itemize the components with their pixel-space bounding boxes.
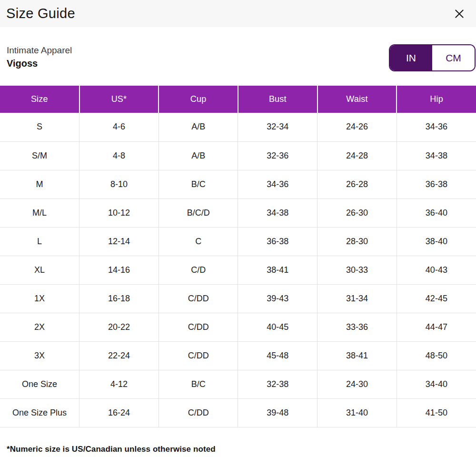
table-cell: 20-22 — [79, 313, 159, 341]
table-cell: 34-38 — [397, 141, 476, 170]
table-cell: S/M — [0, 141, 79, 170]
table-cell: 8-10 — [79, 170, 159, 198]
table-row: XL14-16C/D38-4130-3340-43 — [0, 256, 476, 284]
size-table: SizeUS*CupBustWaistHip S4-6A/B32-3424-26… — [0, 86, 476, 427]
size-table-body: S4-6A/B32-3424-2634-36S/M4-8A/B32-3624-2… — [0, 113, 476, 427]
table-cell: B/C — [159, 370, 238, 398]
product-info-section: Intimate Apparel Vigoss IN CM — [0, 27, 476, 86]
table-cell: 2X — [0, 313, 79, 341]
table-cell: 45-48 — [238, 341, 317, 370]
table-cell: C/DD — [159, 284, 238, 313]
dialog-header: Size Guide — [0, 0, 476, 27]
unit-toggle-cm[interactable]: CM — [432, 45, 475, 70]
table-cell: C/D — [159, 256, 238, 284]
table-cell: L — [0, 227, 79, 256]
table-cell: 39-48 — [238, 398, 317, 427]
table-cell: 28-30 — [317, 227, 397, 256]
table-cell: 1X — [0, 284, 79, 313]
table-cell: 36-38 — [238, 227, 317, 256]
table-cell: 38-41 — [317, 341, 397, 370]
table-column-header: Cup — [159, 86, 238, 113]
table-cell: 32-38 — [238, 370, 317, 398]
table-cell: 24-26 — [317, 113, 397, 141]
table-cell: 4-6 — [79, 113, 159, 141]
table-row: M8-10B/C34-3626-2836-38 — [0, 170, 476, 198]
table-column-header: US* — [79, 86, 159, 113]
size-table-head: SizeUS*CupBustWaistHip — [0, 86, 476, 113]
table-cell: 3X — [0, 341, 79, 370]
table-row: 3X22-24C/DD45-4838-4148-50 — [0, 341, 476, 370]
table-cell: 10-12 — [79, 198, 159, 227]
table-cell: 32-36 — [238, 141, 317, 170]
footnote: *Numeric size is US/Canadian unless othe… — [7, 445, 476, 454]
table-cell: 14-16 — [79, 256, 159, 284]
table-cell: 40-43 — [397, 256, 476, 284]
table-cell: A/B — [159, 113, 238, 141]
page-title: Size Guide — [6, 6, 75, 21]
table-cell: C/DD — [159, 341, 238, 370]
table-cell: 41-50 — [397, 398, 476, 427]
table-column-header: Waist — [317, 86, 397, 113]
table-cell: C/DD — [159, 398, 238, 427]
table-cell: C — [159, 227, 238, 256]
table-cell: 30-33 — [317, 256, 397, 284]
table-cell: 26-30 — [317, 198, 397, 227]
table-cell: 34-36 — [238, 170, 317, 198]
table-column-header: Size — [0, 86, 79, 113]
table-cell: 48-50 — [397, 341, 476, 370]
table-cell: 4-12 — [79, 370, 159, 398]
table-cell: 24-30 — [317, 370, 397, 398]
table-cell: 31-34 — [317, 284, 397, 313]
table-cell: M/L — [0, 198, 79, 227]
table-cell: 4-8 — [79, 141, 159, 170]
unit-toggle-in[interactable]: IN — [390, 45, 432, 70]
unit-toggle: IN CM — [389, 44, 476, 71]
table-cell: 26-28 — [317, 170, 397, 198]
table-cell: B/C/D — [159, 198, 238, 227]
table-cell: XL — [0, 256, 79, 284]
table-row: M/L10-12B/C/D34-3826-3036-40 — [0, 198, 476, 227]
table-cell: 32-34 — [238, 113, 317, 141]
table-row: L12-14C36-3828-3038-40 — [0, 227, 476, 256]
table-cell: C/DD — [159, 313, 238, 341]
close-button[interactable] — [451, 6, 467, 22]
table-cell: 24-28 — [317, 141, 397, 170]
table-cell: 31-40 — [317, 398, 397, 427]
table-cell: 40-45 — [238, 313, 317, 341]
table-cell: 34-40 — [397, 370, 476, 398]
table-cell: 22-24 — [79, 341, 159, 370]
table-row: One Size Plus16-24C/DD39-4831-4041-50 — [0, 398, 476, 427]
table-header-row: SizeUS*CupBustWaistHip — [0, 86, 476, 113]
table-cell: 44-47 — [397, 313, 476, 341]
table-cell: 36-38 — [397, 170, 476, 198]
table-row: 2X20-22C/DD40-4533-3644-47 — [0, 313, 476, 341]
table-cell: 38-41 — [238, 256, 317, 284]
table-cell: 33-36 — [317, 313, 397, 341]
table-cell: 34-36 — [397, 113, 476, 141]
table-cell: M — [0, 170, 79, 198]
table-cell: A/B — [159, 141, 238, 170]
table-row: S4-6A/B32-3424-2634-36 — [0, 113, 476, 141]
table-row: 1X16-18C/DD39-4331-3442-45 — [0, 284, 476, 313]
table-cell: One Size Plus — [0, 398, 79, 427]
table-cell: 16-18 — [79, 284, 159, 313]
table-cell: 12-14 — [79, 227, 159, 256]
table-cell: B/C — [159, 170, 238, 198]
table-cell: 36-40 — [397, 198, 476, 227]
table-row: One Size4-12B/C32-3824-3034-40 — [0, 370, 476, 398]
size-guide-dialog: { "dialog": { "title": "Size Guide", "cl… — [0, 0, 476, 476]
table-cell: 34-38 — [238, 198, 317, 227]
table-row: S/M4-8A/B32-3624-2834-38 — [0, 141, 476, 170]
table-cell: S — [0, 113, 79, 141]
table-cell: 38-40 — [397, 227, 476, 256]
table-column-header: Bust — [238, 86, 317, 113]
table-cell: One Size — [0, 370, 79, 398]
close-icon — [453, 8, 466, 20]
table-cell: 42-45 — [397, 284, 476, 313]
table-column-header: Hip — [397, 86, 476, 113]
table-cell: 39-43 — [238, 284, 317, 313]
table-cell: 16-24 — [79, 398, 159, 427]
